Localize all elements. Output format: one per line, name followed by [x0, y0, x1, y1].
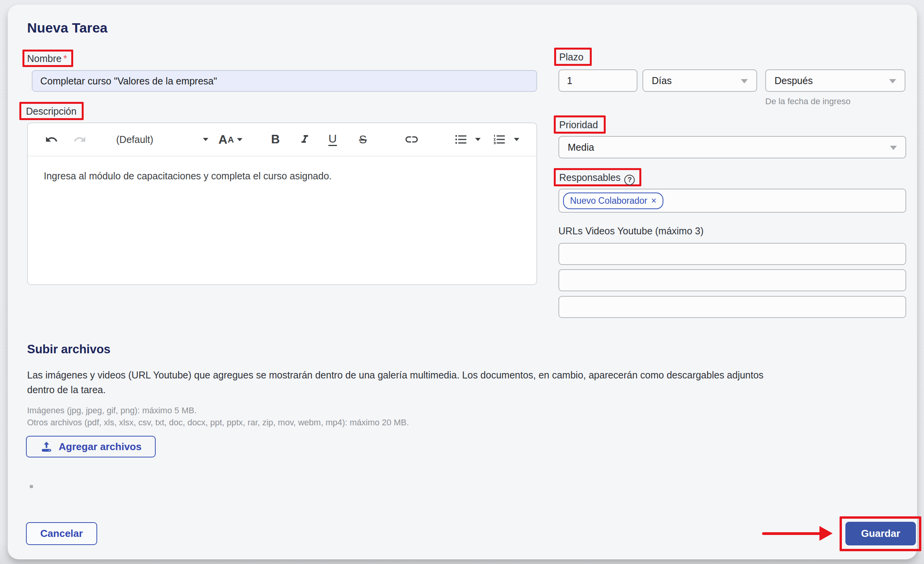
font-style-caret-icon[interactable]	[203, 138, 208, 141]
add-files-button[interactable]: Agregar archivos	[26, 436, 156, 457]
bullet-list-caret-icon[interactable]	[475, 138, 481, 141]
assignees-label-row: Responsables?	[559, 172, 635, 184]
youtube-url-input-2[interactable]	[558, 269, 906, 291]
assignees-label: Responsables	[559, 172, 620, 183]
deadline-label: Plazo	[559, 52, 584, 63]
italic-icon[interactable]	[298, 133, 311, 146]
chevron-down-icon	[890, 146, 897, 150]
youtube-url-input-3[interactable]	[558, 296, 906, 318]
chevron-down-icon	[741, 79, 748, 83]
upload-files-hint: Otros archivos (pdf, xls, xlsx, csv, txt…	[27, 418, 409, 428]
page: Nueva Tarea Nombre * Descripción (Defaul…	[0, 0, 924, 564]
name-label: Nombre	[27, 53, 62, 64]
upload-images-hint: Imágenes (jpg, jpeg, gif, png): máximo 5…	[27, 406, 197, 416]
required-asterisk: *	[63, 53, 67, 64]
cancel-label: Cancelar	[40, 528, 83, 540]
remove-tag-icon[interactable]: ×	[651, 196, 656, 205]
underline-icon[interactable]: U	[328, 133, 337, 146]
bold-icon[interactable]: B	[271, 132, 280, 146]
page-title: Nueva Tarea	[27, 20, 108, 36]
name-label-row: Nombre *	[27, 53, 67, 64]
annotation-arrow-head	[819, 526, 833, 541]
font-style-select[interactable]: (Default)	[116, 134, 153, 145]
youtube-label: URLs Videos Youtube (máximo 3)	[558, 225, 704, 237]
assignee-tag: Nuevo Colaborador ×	[563, 193, 663, 209]
task-name-input[interactable]	[32, 70, 537, 92]
priority-select[interactable]: Media	[558, 136, 906, 158]
help-icon[interactable]: ?	[624, 175, 635, 185]
description-content[interactable]: Ingresa al módulo de capacitaciones y co…	[44, 170, 525, 182]
stray-dot	[30, 485, 33, 488]
toolbar-divider	[28, 156, 536, 156]
upload-description: Las imágenes y videos (URL Youtube) que …	[27, 368, 765, 397]
undo-icon[interactable]	[45, 133, 58, 146]
cancel-button[interactable]: Cancelar	[26, 522, 97, 545]
deadline-direction-value: Después	[775, 75, 813, 86]
annotation-arrow-line	[762, 532, 821, 535]
description-label: Descripción	[26, 106, 77, 117]
editor-toolbar: (Default) AA B U S	[28, 123, 536, 156]
description-editor[interactable]: (Default) AA B U S	[27, 122, 537, 285]
font-size-caret-icon	[237, 138, 242, 141]
assignee-tag-label: Nuevo Colaborador	[570, 196, 647, 206]
link-icon[interactable]	[404, 132, 419, 147]
font-size-select[interactable]: AA	[218, 132, 242, 147]
numbered-list-icon[interactable]	[493, 132, 507, 146]
deadline-direction-select[interactable]: Después	[765, 69, 905, 92]
priority-label: Prioridad	[559, 119, 598, 131]
deadline-unit-value: Días	[652, 75, 672, 86]
upload-icon	[40, 440, 53, 453]
deadline-hint: De la fecha de ingreso	[765, 96, 850, 107]
save-label: Guardar	[861, 528, 900, 540]
assignees-input[interactable]: Nuevo Colaborador ×	[558, 189, 906, 213]
deadline-amount-input[interactable]	[558, 69, 637, 92]
strikethrough-icon[interactable]: S	[359, 133, 367, 146]
add-files-label: Agregar archivos	[59, 441, 142, 453]
numbered-list-caret-icon[interactable]	[514, 138, 519, 141]
upload-section-title: Subir archivos	[27, 342, 110, 356]
chevron-down-icon	[889, 79, 896, 83]
redo-icon	[73, 133, 86, 146]
youtube-url-input-1[interactable]	[558, 243, 906, 265]
new-task-card: Nueva Tarea Nombre * Descripción (Defaul…	[8, 5, 917, 559]
save-button[interactable]: Guardar	[845, 522, 916, 545]
bullet-list-icon[interactable]	[454, 132, 468, 146]
priority-value: Media	[568, 142, 594, 153]
deadline-unit-select[interactable]: Días	[642, 69, 757, 92]
